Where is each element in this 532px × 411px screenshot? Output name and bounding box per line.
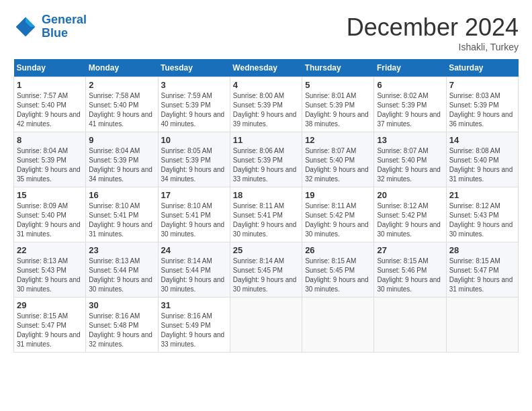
day-info: Sunrise: 7:58 AMSunset: 5:40 PMDaylight:… (89, 91, 154, 129)
day-info: Sunrise: 8:16 AMSunset: 5:48 PMDaylight:… (89, 312, 154, 349)
day-cell-4: 4 Sunrise: 8:00 AMSunset: 5:39 PMDayligh… (230, 77, 302, 132)
calendar-header-row: SundayMondayTuesdayWednesdayThursdayFrid… (14, 59, 519, 77)
calendar-week-2: 8 Sunrise: 8:04 AMSunset: 5:39 PMDayligh… (14, 132, 519, 187)
day-cell-26: 26 Sunrise: 8:15 AMSunset: 5:45 PMDaylig… (302, 242, 374, 298)
day-info: Sunrise: 7:59 AMSunset: 5:39 PMDaylight:… (161, 91, 227, 129)
day-cell-29: 29 Sunrise: 8:15 AMSunset: 5:47 PMDaylig… (14, 298, 86, 353)
day-number: 25 (233, 245, 299, 255)
empty-cell (374, 298, 446, 353)
logo: General Blue (13, 13, 87, 40)
day-cell-14: 14 Sunrise: 8:08 AMSunset: 5:40 PMDaylig… (446, 132, 518, 187)
day-info: Sunrise: 7:57 AMSunset: 5:40 PMDaylight:… (17, 91, 83, 129)
day-info: Sunrise: 8:15 AMSunset: 5:47 PMDaylight:… (449, 257, 515, 294)
day-cell-13: 13 Sunrise: 8:07 AMSunset: 5:40 PMDaylig… (374, 132, 446, 187)
day-cell-22: 22 Sunrise: 8:13 AMSunset: 5:43 PMDaylig… (14, 242, 86, 298)
day-info: Sunrise: 8:10 AMSunset: 5:41 PMDaylight:… (161, 201, 227, 239)
day-cell-19: 19 Sunrise: 8:11 AMSunset: 5:42 PMDaylig… (302, 187, 374, 242)
header-cell-sunday: Sunday (14, 59, 86, 77)
header-cell-thursday: Thursday (302, 59, 374, 77)
day-number: 28 (449, 245, 515, 255)
day-cell-27: 27 Sunrise: 8:15 AMSunset: 5:46 PMDaylig… (374, 242, 446, 298)
day-number: 14 (449, 135, 515, 145)
month-title: December 2024 (347, 13, 519, 42)
day-number: 23 (89, 245, 154, 255)
day-cell-25: 25 Sunrise: 8:14 AMSunset: 5:45 PMDaylig… (230, 242, 302, 298)
logo-text: General Blue (42, 13, 87, 40)
day-cell-3: 3 Sunrise: 7:59 AMSunset: 5:39 PMDayligh… (158, 77, 230, 132)
day-number: 29 (17, 300, 83, 310)
day-number: 18 (233, 190, 299, 200)
day-info: Sunrise: 8:11 AMSunset: 5:42 PMDaylight:… (305, 201, 371, 239)
day-info: Sunrise: 8:11 AMSunset: 5:41 PMDaylight:… (233, 201, 299, 239)
day-info: Sunrise: 8:13 AMSunset: 5:44 PMDaylight:… (89, 257, 154, 294)
empty-cell (446, 298, 518, 353)
day-info: Sunrise: 8:03 AMSunset: 5:39 PMDaylight:… (449, 91, 515, 129)
day-info: Sunrise: 8:01 AMSunset: 5:39 PMDaylight:… (305, 91, 371, 129)
day-number: 11 (233, 135, 299, 145)
page-header: General Blue December 2024 Ishakli, Turk… (13, 13, 519, 52)
header-cell-saturday: Saturday (446, 59, 518, 77)
location-subtitle: Ishakli, Turkey (347, 42, 519, 52)
day-cell-1: 1 Sunrise: 7:57 AMSunset: 5:40 PMDayligh… (14, 77, 86, 132)
calendar-table: SundayMondayTuesdayWednesdayThursdayFrid… (13, 59, 519, 353)
day-info: Sunrise: 8:10 AMSunset: 5:41 PMDaylight:… (89, 201, 154, 239)
day-info: Sunrise: 8:04 AMSunset: 5:39 PMDaylight:… (89, 146, 154, 184)
day-cell-2: 2 Sunrise: 7:58 AMSunset: 5:40 PMDayligh… (86, 77, 158, 132)
day-number: 3 (161, 80, 227, 90)
day-info: Sunrise: 8:08 AMSunset: 5:40 PMDaylight:… (449, 146, 515, 184)
day-cell-28: 28 Sunrise: 8:15 AMSunset: 5:47 PMDaylig… (446, 242, 518, 298)
day-cell-7: 7 Sunrise: 8:03 AMSunset: 5:39 PMDayligh… (446, 77, 518, 132)
day-number: 17 (161, 190, 227, 200)
day-cell-30: 30 Sunrise: 8:16 AMSunset: 5:48 PMDaylig… (86, 298, 158, 353)
day-cell-9: 9 Sunrise: 8:04 AMSunset: 5:39 PMDayligh… (86, 132, 158, 187)
day-cell-17: 17 Sunrise: 8:10 AMSunset: 5:41 PMDaylig… (158, 187, 230, 242)
day-cell-20: 20 Sunrise: 8:12 AMSunset: 5:42 PMDaylig… (374, 187, 446, 242)
day-info: Sunrise: 8:15 AMSunset: 5:47 PMDaylight:… (17, 312, 83, 349)
day-cell-12: 12 Sunrise: 8:07 AMSunset: 5:40 PMDaylig… (302, 132, 374, 187)
day-cell-5: 5 Sunrise: 8:01 AMSunset: 5:39 PMDayligh… (302, 77, 374, 132)
day-info: Sunrise: 8:12 AMSunset: 5:42 PMDaylight:… (377, 201, 443, 239)
calendar-body: 1 Sunrise: 7:57 AMSunset: 5:40 PMDayligh… (14, 77, 519, 353)
day-cell-11: 11 Sunrise: 8:06 AMSunset: 5:39 PMDaylig… (230, 132, 302, 187)
day-cell-15: 15 Sunrise: 8:09 AMSunset: 5:40 PMDaylig… (14, 187, 86, 242)
day-info: Sunrise: 8:02 AMSunset: 5:39 PMDaylight:… (377, 91, 443, 129)
day-info: Sunrise: 8:05 AMSunset: 5:39 PMDaylight:… (161, 146, 227, 184)
day-info: Sunrise: 8:07 AMSunset: 5:40 PMDaylight:… (305, 146, 371, 184)
day-number: 1 (17, 80, 83, 90)
day-number: 31 (161, 300, 227, 310)
day-info: Sunrise: 8:14 AMSunset: 5:44 PMDaylight:… (161, 257, 227, 294)
day-info: Sunrise: 8:07 AMSunset: 5:40 PMDaylight:… (377, 146, 443, 184)
day-cell-24: 24 Sunrise: 8:14 AMSunset: 5:44 PMDaylig… (158, 242, 230, 298)
day-cell-10: 10 Sunrise: 8:05 AMSunset: 5:39 PMDaylig… (158, 132, 230, 187)
day-info: Sunrise: 8:12 AMSunset: 5:43 PMDaylight:… (449, 201, 515, 239)
day-number: 16 (89, 190, 154, 200)
logo-line2: Blue (42, 26, 68, 40)
header-cell-tuesday: Tuesday (158, 59, 230, 77)
day-number: 19 (305, 190, 371, 200)
day-info: Sunrise: 8:15 AMSunset: 5:45 PMDaylight:… (305, 257, 371, 294)
day-info: Sunrise: 8:13 AMSunset: 5:43 PMDaylight:… (17, 257, 83, 294)
header-cell-wednesday: Wednesday (230, 59, 302, 77)
day-number: 27 (377, 245, 443, 255)
day-info: Sunrise: 8:16 AMSunset: 5:49 PMDaylight:… (161, 312, 227, 349)
day-number: 2 (89, 80, 154, 90)
day-number: 10 (161, 135, 227, 145)
logo-icon (13, 15, 38, 39)
empty-cell (302, 298, 374, 353)
day-cell-8: 8 Sunrise: 8:04 AMSunset: 5:39 PMDayligh… (14, 132, 86, 187)
day-number: 20 (377, 190, 443, 200)
day-cell-16: 16 Sunrise: 8:10 AMSunset: 5:41 PMDaylig… (86, 187, 158, 242)
calendar-week-3: 15 Sunrise: 8:09 AMSunset: 5:40 PMDaylig… (14, 187, 519, 242)
day-number: 6 (377, 80, 443, 90)
header-cell-friday: Friday (374, 59, 446, 77)
calendar-week-1: 1 Sunrise: 7:57 AMSunset: 5:40 PMDayligh… (14, 77, 519, 132)
day-number: 7 (449, 80, 515, 90)
day-number: 8 (17, 135, 83, 145)
day-number: 24 (161, 245, 227, 255)
day-info: Sunrise: 8:06 AMSunset: 5:39 PMDaylight:… (233, 146, 299, 184)
title-block: December 2024 Ishakli, Turkey (347, 13, 519, 52)
day-cell-6: 6 Sunrise: 8:02 AMSunset: 5:39 PMDayligh… (374, 77, 446, 132)
day-info: Sunrise: 8:00 AMSunset: 5:39 PMDaylight:… (233, 91, 299, 129)
day-number: 26 (305, 245, 371, 255)
day-info: Sunrise: 8:04 AMSunset: 5:39 PMDaylight:… (17, 146, 83, 184)
